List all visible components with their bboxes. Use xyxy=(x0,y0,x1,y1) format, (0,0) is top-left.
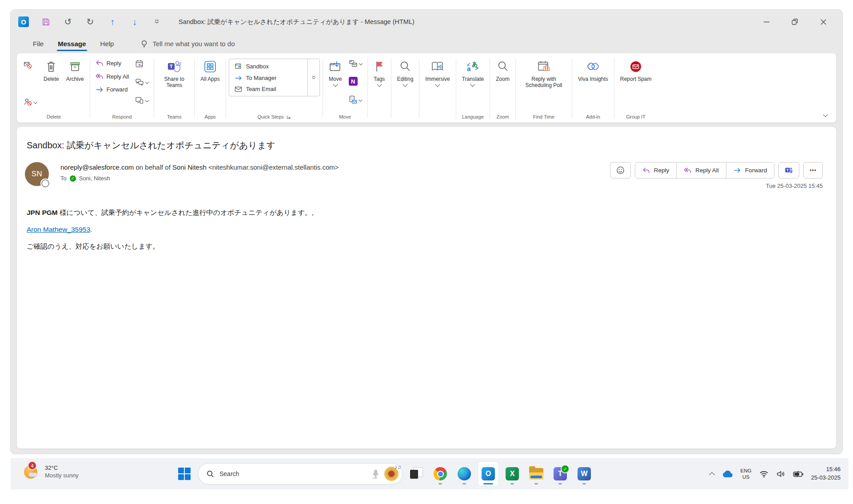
wifi-icon[interactable] xyxy=(759,470,769,478)
tab-help[interactable]: Help xyxy=(93,36,121,51)
search-input[interactable]: Search ♪♫ xyxy=(198,463,403,484)
forward-button[interactable]: Forward xyxy=(93,84,132,95)
recipient-check-icon: ✓ xyxy=(70,175,76,182)
move-button[interactable]: Move xyxy=(326,56,345,87)
reply-all-button[interactable]: Reply All xyxy=(93,71,132,82)
minimize-button[interactable] xyxy=(759,15,774,28)
reply-all-icon xyxy=(96,73,104,80)
sender-name[interactable]: Soni Nitesh xyxy=(172,163,207,171)
tags-button[interactable]: Tags xyxy=(371,56,388,87)
recipient-name[interactable]: Soni, Nitesh xyxy=(79,175,110,182)
archive-button[interactable]: Archive xyxy=(63,56,87,83)
group-label-tags xyxy=(371,111,388,123)
tell-me-search[interactable]: Tell me what you want to do xyxy=(140,40,235,48)
meeting-icon[interactable] xyxy=(133,59,150,69)
reply-action-button[interactable]: Reply xyxy=(635,163,677,178)
immersive-button[interactable]: Immersive xyxy=(422,56,453,87)
redo-icon[interactable]: ↻ xyxy=(84,16,96,28)
onedrive-icon[interactable] xyxy=(721,470,733,478)
taskbar-excel-button[interactable]: X xyxy=(502,462,522,486)
quick-steps-more-button[interactable] xyxy=(307,59,319,96)
report-spam-button[interactable]: Report Spam xyxy=(617,56,655,83)
forward-devices-icon[interactable] xyxy=(133,95,150,105)
block-sender-icon[interactable] xyxy=(21,96,39,107)
weather-widget[interactable]: 4 32°C Mostly sunny xyxy=(23,463,79,480)
sender-avatar[interactable]: SN xyxy=(25,162,49,186)
volume-icon[interactable] xyxy=(776,470,785,478)
from-block: noreply@salesforce.com on behalf of Soni… xyxy=(60,162,339,182)
quick-step-to-manager[interactable]: To Manager xyxy=(230,72,307,83)
next-item-icon[interactable]: ↓ xyxy=(129,16,140,28)
excel-icon: X xyxy=(506,467,519,480)
report-spam-icon xyxy=(629,59,642,75)
actions-icon[interactable] xyxy=(347,95,364,105)
battery-icon[interactable] xyxy=(793,471,804,477)
chat-reply-icon[interactable] xyxy=(133,77,150,87)
language-indicator[interactable]: ENG US xyxy=(741,468,752,480)
dialog-launcher-icon[interactable] xyxy=(286,115,291,119)
translate-button[interactable]: aあ Translate xyxy=(459,56,487,87)
teams-icon: T ✓ xyxy=(554,467,567,480)
rules-icon[interactable] xyxy=(347,59,364,68)
more-actions-button[interactable]: ••• xyxy=(803,162,823,179)
svg-text:あ: あ xyxy=(472,61,478,67)
tab-file[interactable]: File xyxy=(26,36,51,51)
taskbar-edge-button[interactable] xyxy=(454,462,474,486)
viva-insights-button[interactable]: Viva Insights xyxy=(575,56,611,83)
previous-item-icon[interactable]: ↑ xyxy=(107,16,118,28)
taskbar-file-explorer-button[interactable] xyxy=(526,462,546,486)
zoom-button[interactable]: Zoom xyxy=(493,56,513,83)
message-pane: Sandbox: 試乗がキャンセルされたオポチュニティがあります SN nore… xyxy=(17,127,836,448)
reply-button[interactable]: Reply xyxy=(93,58,132,68)
share-to-teams-button[interactable]: Share to Teams xyxy=(157,56,191,90)
group-label-zoom: Zoom xyxy=(493,111,513,123)
quick-step-sandbox[interactable]: Sandbox xyxy=(230,60,307,72)
group-label-find-time: Find Time xyxy=(518,111,569,123)
clock[interactable]: 15:46 25-03-2025 xyxy=(811,465,841,482)
tray-overflow-chevron-icon[interactable] xyxy=(709,472,715,478)
opportunity-link[interactable]: Aron Mathew_35953 xyxy=(27,226,90,233)
reply-all-action-button[interactable]: Reply All xyxy=(676,163,726,178)
group-label-apps: Apps xyxy=(197,111,223,123)
message-actions: Reply Reply All Forward xyxy=(610,162,823,189)
task-view-button[interactable] xyxy=(406,462,426,486)
file-explorer-icon xyxy=(529,468,543,480)
ignore-icon[interactable] xyxy=(21,60,39,71)
collapse-ribbon-button[interactable] xyxy=(824,110,827,118)
save-icon[interactable] xyxy=(40,16,52,28)
tab-message[interactable]: Message xyxy=(51,36,93,51)
taskbar-word-button[interactable]: W xyxy=(574,462,594,486)
editing-button[interactable]: Editing xyxy=(394,56,417,87)
forward-action-button[interactable]: Forward xyxy=(726,163,774,178)
chrome-icon xyxy=(434,467,447,480)
taskbar-chrome-button[interactable] xyxy=(430,462,450,486)
weather-condition: Mostly sunny xyxy=(45,472,79,479)
magnifier-icon xyxy=(399,59,411,75)
close-button[interactable] xyxy=(816,15,831,28)
group-label-immersive xyxy=(422,111,453,123)
taskbar-teams-button[interactable]: T ✓ xyxy=(550,462,570,486)
undo-icon[interactable]: ↺ xyxy=(62,16,74,28)
taskbar-outlook-button[interactable]: O xyxy=(478,462,498,486)
group-label-teams: Teams xyxy=(157,111,191,123)
all-apps-button[interactable]: All Apps xyxy=(197,56,223,83)
chevron-down-icon xyxy=(435,82,440,87)
share-to-teams-action-button[interactable] xyxy=(778,162,799,179)
onenote-icon[interactable]: N xyxy=(347,76,364,87)
teams-icon xyxy=(167,59,182,75)
ribbon-group-delete: Delete Archive Delete xyxy=(18,55,90,123)
tray-date: 25-03-2025 xyxy=(811,474,841,482)
search-placeholder: Search xyxy=(219,470,367,477)
restore-button[interactable] xyxy=(787,15,802,28)
scheduling-poll-button[interactable]: Reply with Scheduling Poll xyxy=(518,56,569,90)
microphone-icon xyxy=(372,469,379,479)
taskbar: 4 32°C Mostly sunny Search ♪♫ xyxy=(11,458,849,489)
from-email[interactable]: noreply@salesforce.com xyxy=(60,163,134,171)
emoji-reaction-button[interactable] xyxy=(610,162,631,179)
message-header: SN noreply@salesforce.com on behalf of S… xyxy=(17,151,836,189)
quick-step-team-email[interactable]: Team Email xyxy=(230,83,307,95)
customize-qat-icon[interactable] xyxy=(151,16,163,28)
start-button[interactable] xyxy=(174,462,195,486)
delete-button[interactable]: Delete xyxy=(40,56,62,83)
svg-text:a: a xyxy=(467,65,471,72)
